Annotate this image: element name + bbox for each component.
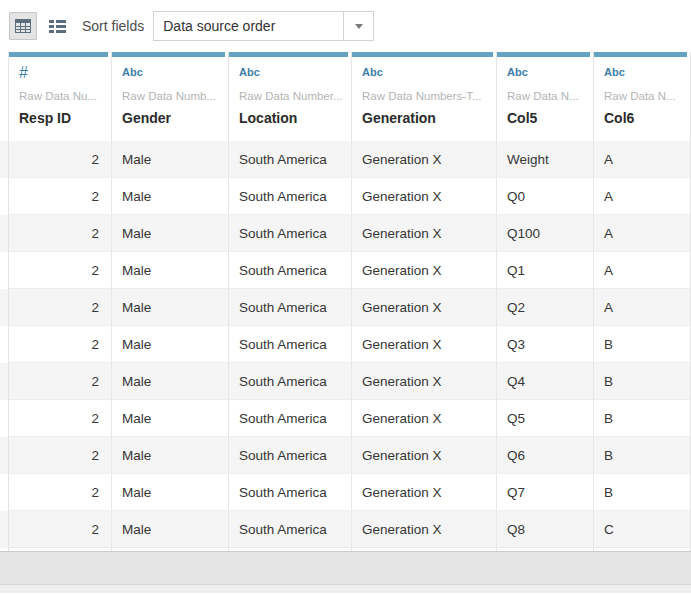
- field-name-label: Resp ID: [19, 110, 105, 126]
- cell-col6: B: [594, 326, 691, 363]
- cell-col6: A: [594, 252, 691, 289]
- partial-row-sliver: [0, 548, 691, 551]
- cell-gender: Male: [112, 215, 229, 252]
- string-type-icon: Abc: [239, 66, 345, 83]
- row-gutter: [0, 178, 9, 215]
- row-gutter: [0, 437, 9, 474]
- field-name-label: Col5: [507, 110, 587, 126]
- sort-order-dropdown[interactable]: Data source order: [153, 11, 374, 41]
- cell-col5: Q100: [497, 215, 594, 252]
- cell-gender: Male: [112, 252, 229, 289]
- field-source-label: Raw Data N...: [604, 90, 684, 105]
- cell-gender: Male: [112, 289, 229, 326]
- cell-resp-id: 2: [9, 252, 112, 289]
- column-header-gender[interactable]: Abc Raw Data Numb... Gender: [112, 52, 229, 141]
- row-gutter: [0, 511, 9, 548]
- cell-resp-id: 2: [9, 437, 112, 474]
- cell-location: South America: [229, 363, 352, 400]
- row-gutter: [0, 52, 9, 141]
- cell-col6: B: [594, 474, 691, 511]
- cell-resp-id: 2: [9, 511, 112, 548]
- table-row: 2 Male South America Generation X Q7 B: [0, 474, 691, 511]
- cell-col5: Weight: [497, 141, 594, 178]
- field-name-label: Gender: [122, 110, 222, 126]
- field-source-label: Raw Data Nu...: [19, 90, 105, 105]
- row-gutter: [0, 215, 9, 252]
- column-header-row: # Raw Data Nu... Resp ID Abc Raw Data Nu…: [0, 52, 691, 141]
- table-row: 2 Male South America Generation X Weight…: [0, 141, 691, 178]
- cell-location: South America: [229, 252, 352, 289]
- cell-col6: A: [594, 289, 691, 326]
- field-name-label: Generation: [362, 110, 490, 126]
- cell-location: South America: [229, 289, 352, 326]
- string-type-icon: Abc: [604, 66, 684, 83]
- cell-resp-id: 2: [9, 474, 112, 511]
- cell-col6: A: [594, 141, 691, 178]
- cell-resp-id: 2: [9, 363, 112, 400]
- cell-gender: Male: [112, 437, 229, 474]
- cell-resp-id: 2: [9, 400, 112, 437]
- string-type-icon: Abc: [122, 66, 222, 83]
- sort-order-dropdown-value: Data source order: [154, 12, 343, 40]
- cell-gender: Male: [112, 400, 229, 437]
- cell-gender: Male: [112, 326, 229, 363]
- cell-col5: Q3: [497, 326, 594, 363]
- cell-gender: Male: [112, 474, 229, 511]
- string-type-icon: Abc: [507, 66, 587, 83]
- cell-gender: Male: [112, 141, 229, 178]
- horizontal-scrollbar-track[interactable]: [0, 551, 691, 584]
- table-row: 2 Male South America Generation X Q2 A: [0, 289, 691, 326]
- cell-location: South America: [229, 400, 352, 437]
- row-gutter: [0, 363, 9, 400]
- field-name-label: Col6: [604, 110, 684, 126]
- table-row: 2 Male South America Generation X Q5 B: [0, 400, 691, 437]
- metadata-list-view-button[interactable]: [43, 12, 71, 40]
- field-source-label: Raw Data Numb...: [122, 90, 222, 105]
- data-preview-grid: # Raw Data Nu... Resp ID Abc Raw Data Nu…: [0, 52, 691, 593]
- cell-col6: B: [594, 437, 691, 474]
- row-gutter: [0, 141, 9, 178]
- cell-col5: Q2: [497, 289, 594, 326]
- table-row: 2 Male South America Generation X Q1 A: [0, 252, 691, 289]
- row-gutter: [0, 400, 9, 437]
- list-view-icon: [49, 19, 66, 33]
- field-source-label: Raw Data Numbers-T...: [362, 90, 490, 105]
- cell-generation: Generation X: [352, 178, 497, 215]
- cell-generation: Generation X: [352, 474, 497, 511]
- cell-generation: Generation X: [352, 437, 497, 474]
- cell-col5: Q7: [497, 474, 594, 511]
- toolbar: Sort fields Data source order: [0, 0, 691, 52]
- table-row: 2 Male South America Generation X Q0 A: [0, 178, 691, 215]
- table-row: 2 Male South America Generation X Q8 C: [0, 511, 691, 548]
- column-header-location[interactable]: Abc Raw Data Number... Location: [229, 52, 352, 141]
- cell-location: South America: [229, 178, 352, 215]
- footer-strip: [0, 584, 691, 593]
- cell-generation: Generation X: [352, 511, 497, 548]
- cell-generation: Generation X: [352, 215, 497, 252]
- cell-location: South America: [229, 511, 352, 548]
- grid-view-button[interactable]: [9, 12, 37, 40]
- column-header-resp-id[interactable]: # Raw Data Nu... Resp ID: [9, 52, 112, 141]
- field-source-label: Raw Data N...: [507, 90, 587, 105]
- cell-location: South America: [229, 437, 352, 474]
- cell-generation: Generation X: [352, 326, 497, 363]
- column-header-col5[interactable]: Abc Raw Data N... Col5: [497, 52, 594, 141]
- table-row: 2 Male South America Generation X Q3 B: [0, 326, 691, 363]
- cell-generation: Generation X: [352, 363, 497, 400]
- cell-col5: Q4: [497, 363, 594, 400]
- table-row: 2 Male South America Generation X Q6 B: [0, 437, 691, 474]
- cell-col6: B: [594, 363, 691, 400]
- cell-resp-id: 2: [9, 141, 112, 178]
- field-source-label: Raw Data Number...: [239, 90, 345, 105]
- column-header-col6[interactable]: Abc Raw Data N... Col6: [594, 52, 691, 141]
- column-header-generation[interactable]: Abc Raw Data Numbers-T... Generation: [352, 52, 497, 141]
- cell-col5: Q5: [497, 400, 594, 437]
- cell-col5: Q8: [497, 511, 594, 548]
- cell-gender: Male: [112, 511, 229, 548]
- row-gutter: [0, 252, 9, 289]
- cell-location: South America: [229, 474, 352, 511]
- cell-gender: Male: [112, 178, 229, 215]
- dropdown-arrow-box[interactable]: [343, 12, 373, 40]
- number-type-icon: #: [19, 66, 105, 83]
- cell-resp-id: 2: [9, 178, 112, 215]
